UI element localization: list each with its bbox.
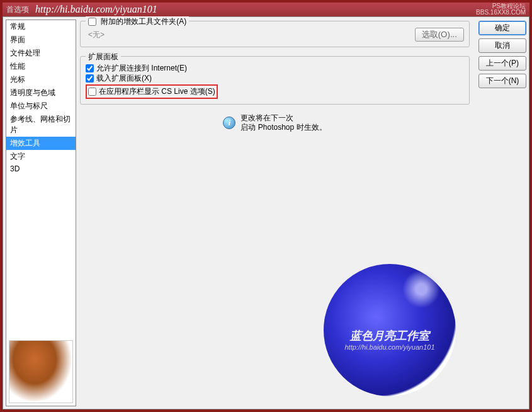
allow-internet-label: 允许扩展连接到 Internet(E)	[96, 63, 187, 73]
allow-internet-row: 允许扩展连接到 Internet(E)	[86, 63, 464, 73]
info-text: 更改将在下一次 启动 Photoshop 时生效。	[241, 113, 326, 132]
cancel-button[interactable]: 取消	[478, 38, 526, 53]
additional-plugins-path: <无>	[86, 29, 411, 41]
watermark-url: http://hi.baidu.com/yiyuan101	[344, 343, 434, 351]
prev-button[interactable]: 上一个(P)	[478, 56, 526, 71]
additional-plugins-label: 附加的增效工具文件夹(A)	[101, 17, 186, 26]
group-extension-panels: 扩展面板 允许扩展连接到 Internet(E) 载入扩展面板(X) 在应用程序…	[80, 56, 470, 105]
sidebar-item-plugins[interactable]: 增效工具	[6, 137, 76, 150]
additional-plugins-checkbox[interactable]	[88, 18, 96, 26]
sidebar-stamp-image	[9, 340, 73, 403]
choose-folder-button[interactable]: 选取(O)...	[415, 28, 464, 42]
group-additional-plugins: 附加的增效工具文件夹(A) <无> 选取(O)...	[80, 21, 470, 47]
info-icon: i	[223, 117, 235, 129]
group-extension-legend: 扩展面板	[86, 52, 121, 62]
group-additional-plugins-legend: 附加的增效工具文件夹(A)	[86, 16, 189, 27]
sidebar-item-cursors[interactable]: 光标	[6, 73, 76, 86]
flower-icon	[402, 270, 440, 308]
watermark-title: 蓝色月亮工作室	[350, 328, 429, 343]
main-panel: 附加的增效工具文件夹(A) <无> 选取(O)... 扩展面板 允许扩展连接到 …	[79, 17, 475, 409]
sidebar: 常规 界面 文件处理 性能 光标 透明度与色域 单位与标尺 参考线、网格和切片 …	[6, 20, 76, 406]
sidebar-item-units[interactable]: 单位与标尺	[6, 100, 76, 113]
load-panels-row: 载入扩展面板(X)	[86, 73, 464, 83]
sidebar-list: 常规 界面 文件处理 性能 光标 透明度与色域 单位与标尺 参考线、网格和切片 …	[6, 20, 76, 338]
load-panels-label: 载入扩展面板(X)	[96, 73, 152, 83]
sidebar-item-general[interactable]: 常规	[6, 20, 76, 33]
info-text-line2: 启动 Photoshop 时生效。	[241, 123, 326, 132]
additional-plugins-path-row: <无> 选取(O)...	[86, 28, 464, 42]
titlebar-watermark: PS教程论坛 BBS.16XX8.COM	[476, 3, 526, 16]
watermark-logo: 蓝色月亮工作室 http://hi.baidu.com/yiyuan101	[324, 264, 456, 396]
titlebar: 首选项 http://hi.baidu.com/yiyuan101 PS教程论坛…	[3, 3, 529, 16]
dialog-body: 常规 界面 文件处理 性能 光标 透明度与色域 单位与标尺 参考线、网格和切片 …	[3, 16, 529, 409]
info-message: i 更改将在下一次 启动 Photoshop 时生效。	[80, 113, 470, 132]
window-frame: 首选项 http://hi.baidu.com/yiyuan101 PS教程论坛…	[0, 0, 532, 412]
allow-internet-checkbox[interactable]	[86, 64, 94, 72]
ok-button[interactable]: 确定	[478, 21, 526, 35]
cs-live-label: 在应用程序栏显示 CS Live 选项(S)	[99, 86, 215, 97]
sidebar-item-file-handling[interactable]: 文件处理	[6, 47, 76, 60]
titlebar-watermark-line2: BBS.16XX8.COM	[476, 9, 526, 16]
sidebar-item-transparency[interactable]: 透明度与色域	[6, 86, 76, 100]
next-button[interactable]: 下一个(N)	[478, 74, 526, 88]
window-title: 首选项	[6, 4, 29, 15]
titlebar-url: http://hi.baidu.com/yiyuan101	[35, 4, 476, 15]
sidebar-item-3d[interactable]: 3D	[6, 163, 76, 175]
cs-live-checkbox[interactable]	[88, 88, 96, 96]
sidebar-item-interface[interactable]: 界面	[6, 33, 76, 47]
sidebar-item-guides[interactable]: 参考线、网格和切片	[6, 113, 76, 137]
sidebar-item-type[interactable]: 文字	[6, 150, 76, 163]
dialog-buttons: 确定 取消 上一个(P) 下一个(N)	[475, 17, 529, 409]
load-panels-checkbox[interactable]	[86, 74, 94, 83]
info-text-line1: 更改将在下一次	[241, 113, 293, 122]
cs-live-row-highlighted: 在应用程序栏显示 CS Live 选项(S)	[86, 84, 218, 99]
sidebar-item-performance[interactable]: 性能	[6, 60, 76, 73]
